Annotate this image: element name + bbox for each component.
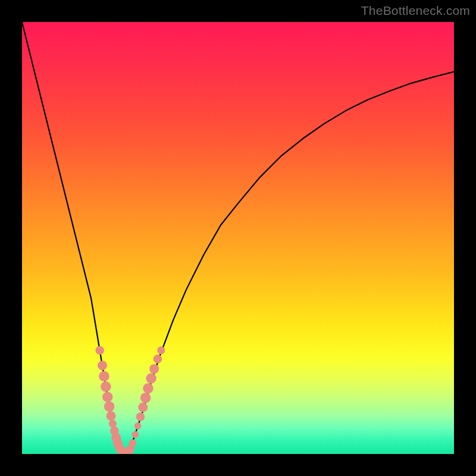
curve-marker: [134, 422, 142, 430]
watermark-text: TheBottleneck.com: [361, 4, 470, 18]
curve-marker: [98, 361, 107, 370]
curve-marker: [101, 381, 111, 392]
curve-marker: [131, 431, 139, 439]
curve-marker: [149, 364, 159, 374]
curve-marker: [154, 355, 162, 364]
curve-marker: [140, 393, 151, 403]
curve-marker: [104, 401, 114, 411]
curve-marker: [107, 411, 116, 421]
plot-area: [22, 22, 454, 454]
curve-marker: [146, 373, 156, 383]
curve-marker: [95, 346, 104, 355]
chart-frame: TheBottleneck.com: [0, 0, 476, 476]
curve-marker: [143, 383, 153, 393]
bottleneck-curve-line: [22, 22, 454, 454]
curve-marker: [102, 392, 112, 402]
curve-marker: [136, 412, 145, 421]
curve-marker: [138, 403, 148, 412]
curve-marker: [157, 346, 165, 354]
marker-group: [95, 346, 165, 455]
curve-marker: [99, 371, 109, 381]
curve-marker: [129, 439, 136, 447]
curve-svg: [22, 22, 454, 454]
